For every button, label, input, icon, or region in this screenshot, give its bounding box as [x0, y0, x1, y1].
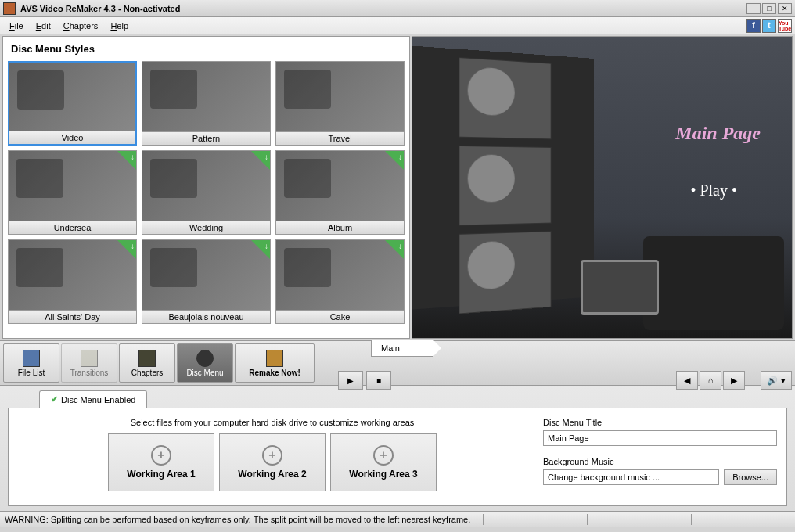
camcorder-graphic	[643, 236, 784, 330]
style-card-video[interactable]: Video	[8, 61, 137, 146]
menu-edit[interactable]: Edit	[30, 20, 57, 32]
tab-label: Disc Menu Enabled	[61, 395, 135, 404]
filelist-label: File List	[18, 368, 45, 377]
style-card-travel[interactable]: Travel	[275, 61, 405, 146]
breadcrumb[interactable]: Main	[371, 340, 433, 357]
working-areas-section: Select files from your computer hard dis…	[18, 418, 527, 496]
chapters-button[interactable]: Chapters	[119, 343, 175, 383]
volume-button[interactable]: 🔊 ▾	[761, 371, 792, 390]
window-title: AVS Video ReMaker 4.3 - Non-activated	[20, 4, 745, 13]
transitions-icon	[81, 350, 98, 367]
music-label: Background Music	[543, 457, 777, 466]
styles-panel: Disc Menu Styles VideoPatternTravelUnder…	[2, 36, 410, 339]
working-area-label: Working Area 3	[349, 469, 417, 480]
working-area-1[interactable]: +Working Area 1	[108, 433, 214, 491]
style-card-beaujolais-nouveau[interactable]: Beaujolais nouveau	[142, 239, 271, 324]
bottom-panel: ✔ Disc Menu Enabled Select files from yo…	[0, 386, 795, 511]
browse-button[interactable]: Browse...	[724, 469, 777, 485]
style-card-all-saints-day[interactable]: All Saints' Day	[8, 239, 137, 324]
statusbar: WARNING: Splitting can be performed base…	[0, 511, 795, 527]
preview-play-text[interactable]: • Play •	[690, 182, 737, 200]
maximize-button[interactable]: □	[762, 3, 776, 14]
download-badge-icon	[117, 240, 136, 259]
plus-icon: +	[373, 445, 394, 466]
transitions-label: Transitions	[70, 368, 109, 377]
style-label: Beaujolais nouveau	[142, 310, 270, 323]
working-area-label: Working Area 2	[238, 469, 306, 480]
download-badge-icon	[117, 151, 136, 170]
working-area-label: Working Area 1	[127, 469, 195, 480]
download-badge-icon	[251, 240, 270, 259]
film-strip	[412, 45, 594, 310]
working-area-3[interactable]: +Working Area 3	[330, 433, 437, 491]
download-badge-icon	[251, 151, 270, 170]
download-badge-icon	[385, 151, 404, 170]
plus-icon: +	[262, 445, 282, 466]
style-label: Cake	[276, 310, 404, 323]
discmenu-icon	[196, 350, 214, 367]
style-label: Undersea	[9, 221, 136, 234]
status-text: WARNING: Splitting can be performed base…	[5, 515, 470, 524]
check-icon: ✔	[51, 394, 58, 404]
styles-grid[interactable]: VideoPatternTravelUnderseaWeddingAlbumAl…	[3, 61, 409, 338]
play-button[interactable]: ▶	[338, 371, 363, 390]
breadcrumb-label: Main	[381, 343, 400, 353]
disc-menu-title-input[interactable]	[543, 430, 777, 446]
filelist-button[interactable]: File List	[3, 343, 59, 383]
style-label: Video	[9, 131, 135, 144]
style-card-pattern[interactable]: Pattern	[142, 61, 271, 146]
working-area-instruction: Select files from your computer hard dis…	[18, 418, 527, 427]
style-thumbnail	[276, 62, 404, 131]
style-thumbnail	[9, 63, 135, 131]
discmenu-button[interactable]: Disc Menu	[177, 343, 233, 383]
chapters-icon	[138, 350, 156, 367]
twitter-button[interactable]: t	[762, 19, 776, 33]
style-label: Travel	[276, 131, 404, 145]
app-icon	[3, 2, 16, 15]
titlebar: AVS Video ReMaker 4.3 - Non-activated — …	[0, 0, 795, 17]
style-label: All Saints' Day	[9, 310, 136, 323]
menubar: File Edit Chapters Help f t YouTube	[0, 17, 795, 34]
facebook-button[interactable]: f	[746, 19, 761, 33]
style-card-undersea[interactable]: Undersea	[8, 150, 137, 235]
style-card-wedding[interactable]: Wedding	[142, 150, 271, 235]
preview-title-text: Main Page	[675, 123, 761, 144]
style-card-cake[interactable]: Cake	[275, 239, 405, 324]
nav-home-button[interactable]: ⌂	[700, 371, 721, 390]
style-label: Album	[276, 221, 404, 234]
close-button[interactable]: ✕	[778, 3, 792, 14]
filelist-icon	[23, 350, 40, 367]
stop-button[interactable]: ■	[366, 371, 391, 390]
remake-icon	[266, 350, 283, 367]
menu-chapters[interactable]: Chapters	[57, 20, 105, 32]
title-label: Disc Menu Title	[543, 418, 777, 427]
chapters-label: Chapters	[131, 368, 164, 377]
menu-file[interactable]: File	[3, 20, 30, 32]
remake-button[interactable]: Remake Now!	[235, 343, 315, 383]
minimize-button[interactable]: —	[746, 3, 761, 14]
toolbar: File List Transitions Chapters Disc Menu…	[0, 340, 795, 386]
style-thumbnail	[142, 62, 270, 131]
form-section: Disc Menu Title Background Music Browse.…	[527, 418, 777, 496]
working-area-2[interactable]: +Working Area 2	[219, 433, 326, 491]
menu-help[interactable]: Help	[104, 20, 135, 32]
nav-next-button[interactable]: ▶	[723, 371, 745, 390]
style-card-album[interactable]: Album	[275, 150, 405, 235]
background-music-input[interactable]	[543, 469, 719, 485]
preview-panel: Main Page • Play •	[412, 36, 793, 339]
youtube-button[interactable]: YouTube	[778, 19, 792, 33]
plus-icon: +	[151, 445, 171, 466]
tab-disc-menu-enabled[interactable]: ✔ Disc Menu Enabled	[39, 390, 147, 408]
download-badge-icon	[385, 240, 404, 259]
nav-prev-button[interactable]: ◀	[676, 371, 698, 390]
discmenu-label: Disc Menu	[186, 368, 223, 377]
style-label: Pattern	[142, 131, 270, 145]
style-label: Wedding	[142, 221, 270, 234]
panel-title: Disc Menu Styles	[3, 37, 409, 61]
remake-label: Remake Now!	[249, 368, 300, 377]
transitions-button: Transitions	[61, 343, 117, 383]
